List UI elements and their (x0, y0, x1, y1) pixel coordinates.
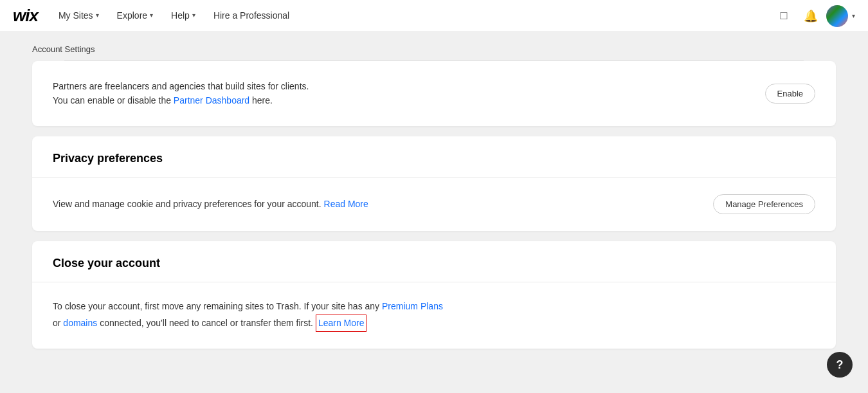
partners-card: Partners are freelancers and agencies th… (32, 61, 836, 126)
enable-button[interactable]: Enable (765, 84, 815, 104)
partners-row: Partners are freelancers and agencies th… (32, 61, 836, 126)
breadcrumb: Account Settings (32, 44, 95, 54)
message-icon: □ (781, 9, 788, 23)
close-line2-suffix: connected, you'll need to cancel or tran… (97, 318, 313, 328)
main-content: Partners are freelancers and agencies th… (0, 60, 868, 378)
close-account-card: Close your account To close your account… (32, 241, 836, 349)
close-account-row: To close your account, first move any re… (32, 282, 836, 349)
partner-dashboard-link[interactable]: Partner Dashboard (174, 95, 249, 105)
nav-hire-professional[interactable]: Hire a Professional (204, 0, 298, 32)
partners-line2-prefix: You can enable or disable the (53, 95, 174, 105)
explore-label: Explore (117, 10, 147, 21)
privacy-section-header: Privacy preferences (32, 136, 836, 178)
top-navigation: wix My Sites ▾ Explore ▾ Help ▾ Hire a P… (0, 0, 868, 32)
nav-right-actions: □ 🔔 ▾ (772, 5, 855, 28)
close-line2-prefix: or (53, 318, 63, 328)
avatar-chevron-icon[interactable]: ▾ (852, 12, 855, 19)
close-account-title: Close your account (53, 257, 160, 270)
manage-preferences-button[interactable]: Manage Preferences (713, 194, 815, 214)
read-more-link[interactable]: Read More (324, 199, 368, 209)
close-line1-prefix: To close your account, first move any re… (53, 301, 382, 311)
privacy-description: View and manage cookie and privacy prefe… (53, 197, 368, 211)
nav-help[interactable]: Help ▾ (162, 0, 204, 32)
domains-link[interactable]: domains (63, 318, 97, 328)
partners-line2-suffix: here. (249, 95, 273, 105)
avatar[interactable] (826, 5, 848, 27)
help-fab-button[interactable]: ? (827, 352, 853, 378)
privacy-section-row: View and manage cookie and privacy prefe… (32, 178, 836, 231)
partners-description: Partners are freelancers and agencies th… (53, 79, 309, 108)
help-chevron-icon: ▾ (192, 12, 195, 19)
breadcrumb-bar: Account Settings (0, 32, 868, 60)
learn-more-link[interactable]: Learn More (316, 315, 367, 333)
nav-explore[interactable]: Explore ▾ (108, 0, 162, 32)
messages-icon-button[interactable]: □ (772, 5, 795, 28)
notifications-icon-button[interactable]: 🔔 (799, 5, 822, 28)
close-account-section-header: Close your account (32, 241, 836, 282)
close-account-description: To close your account, first move any re… (53, 299, 815, 333)
privacy-preferences-card: Privacy preferences View and manage cook… (32, 136, 836, 231)
wix-logo: wix (13, 6, 38, 26)
nav-my-sites[interactable]: My Sites ▾ (50, 0, 108, 32)
help-label: Help (171, 10, 190, 21)
privacy-section-title: Privacy preferences (53, 152, 163, 165)
question-mark-icon: ? (836, 358, 844, 372)
hire-label: Hire a Professional (213, 10, 289, 21)
premium-plans-link[interactable]: Premium Plans (382, 301, 443, 311)
partners-line2: You can enable or disable the Partner Da… (53, 93, 309, 107)
bell-icon: 🔔 (804, 9, 818, 23)
my-sites-chevron-icon: ▾ (96, 12, 99, 19)
privacy-desc-prefix: View and manage cookie and privacy prefe… (53, 199, 324, 209)
partners-line1: Partners are freelancers and agencies th… (53, 79, 309, 93)
my-sites-label: My Sites (59, 10, 93, 21)
explore-chevron-icon: ▾ (150, 12, 153, 19)
